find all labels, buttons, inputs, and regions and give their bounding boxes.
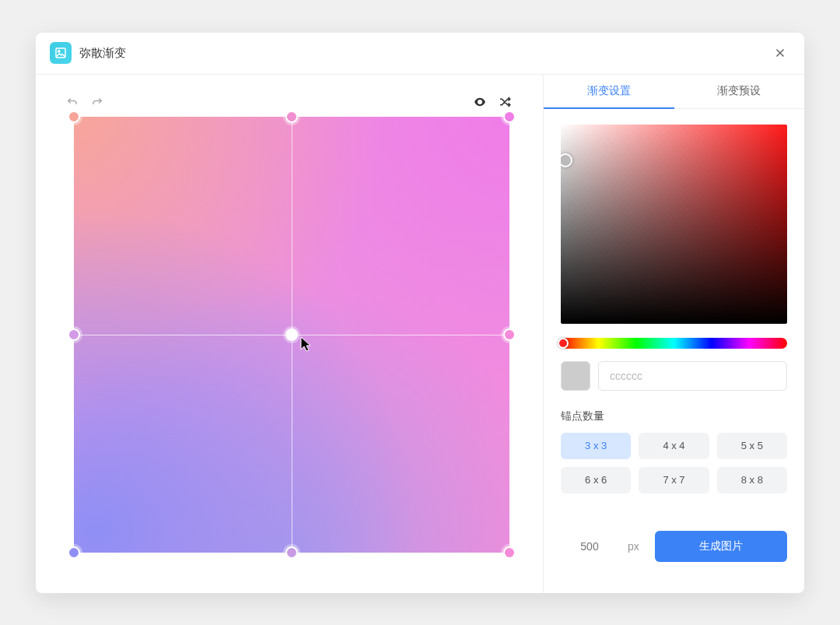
hue-slider[interactable] — [561, 338, 787, 349]
editor-toolbar — [64, 93, 520, 111]
color-swatch[interactable] — [561, 361, 590, 391]
color-row — [561, 361, 787, 391]
anchor-handle[interactable] — [285, 546, 298, 559]
undo-button[interactable] — [64, 93, 81, 111]
unit-label: px — [628, 540, 639, 553]
shuffle-button[interactable] — [496, 93, 513, 111]
grid-btn-3x3[interactable]: 3 x 3 — [561, 433, 631, 459]
color-sv-picker[interactable] — [561, 125, 787, 324]
editor-pane — [36, 75, 543, 593]
preview-button[interactable] — [471, 93, 488, 111]
tabs: 渐变设置 渐变预设 — [544, 75, 804, 109]
anchor-handle[interactable] — [503, 111, 516, 123]
anchor-handle[interactable] — [503, 328, 516, 341]
undo-icon — [65, 95, 79, 109]
grid-btn-8x8[interactable]: 8 x 8 — [717, 467, 787, 493]
title-wrap: 弥散渐变 — [50, 42, 126, 64]
grid-btn-5x5[interactable]: 5 x 5 — [717, 433, 787, 459]
redo-icon — [90, 95, 104, 109]
tab-presets[interactable]: 渐变预设 — [674, 75, 805, 109]
gradient-canvas-wrap — [74, 117, 509, 553]
redo-button[interactable] — [89, 93, 106, 111]
footer-row: px 生成图片 — [561, 507, 787, 562]
hue-handle[interactable] — [558, 338, 569, 349]
grid-btn-4x4[interactable]: 4 x 4 — [639, 433, 709, 459]
anchor-handle[interactable] — [503, 546, 516, 559]
sv-handle[interactable] — [561, 153, 572, 167]
hex-input[interactable] — [598, 361, 787, 391]
anchor-handle[interactable] — [285, 111, 298, 123]
modal-body: 渐变设置 渐变预设 锚点数量 3 x 3 4 x 4 5 x 5 — [36, 75, 804, 593]
modal-header: 弥散渐变 — [36, 33, 804, 75]
tab-settings[interactable]: 渐变设置 — [544, 75, 674, 109]
generate-button[interactable]: 生成图片 — [655, 531, 787, 562]
anchor-handle[interactable] — [68, 328, 80, 341]
anchor-count-label: 锚点数量 — [561, 409, 787, 423]
eye-icon — [473, 95, 487, 109]
anchor-handle[interactable] — [68, 546, 80, 559]
gradient-modal: 弥散渐变 — [36, 33, 804, 593]
close-icon — [773, 46, 787, 60]
anchor-handle[interactable] — [68, 111, 80, 123]
grid-btn-7x7[interactable]: 7 x 7 — [639, 467, 709, 493]
output-size-input[interactable] — [561, 532, 618, 561]
settings-panel: 锚点数量 3 x 3 4 x 4 5 x 5 6 x 6 7 x 7 8 x 8… — [544, 109, 804, 578]
modal-title: 弥散渐变 — [79, 46, 126, 61]
app-icon — [50, 42, 72, 64]
anchor-grid-buttons: 3 x 3 4 x 4 5 x 5 6 x 6 7 x 7 8 x 8 — [561, 433, 787, 493]
anchor-handle[interactable] — [285, 328, 298, 341]
close-button[interactable] — [773, 46, 787, 60]
grid-btn-6x6[interactable]: 6 x 6 — [561, 467, 631, 493]
settings-pane: 渐变设置 渐变预设 锚点数量 3 x 3 4 x 4 5 x 5 — [543, 75, 804, 593]
shuffle-icon — [498, 95, 512, 109]
svg-point-1 — [58, 51, 60, 52]
